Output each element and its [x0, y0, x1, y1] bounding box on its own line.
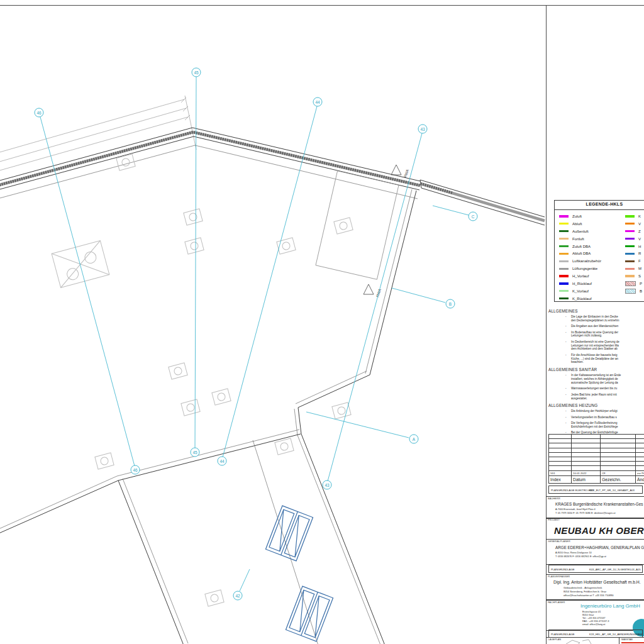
legend-label: H_Rücklauf: [572, 282, 592, 286]
legend-item: H: [625, 243, 644, 250]
legend-swatch: [559, 290, 569, 292]
legend-item: R: [625, 250, 644, 257]
legend-item: K_Rücklauf: [559, 295, 622, 303]
revision-header-change: Änderung: [636, 475, 644, 483]
revision-header-date: Datum: [572, 475, 601, 483]
generalplaner-address: A-8010 Graz, Reine-Ditzlgasse 10: [555, 552, 592, 554]
plan-id-label: PLANGRUNDLAGE ELEKTRO-HB3: [551, 489, 594, 492]
legend-item: H_Rücklauf: [559, 280, 622, 287]
wall-line: [118, 480, 184, 644]
notes-heading-allgemeines: ALLGEMEINES: [548, 309, 644, 313]
planverfasser-line1: Gebäudetechnik - Anlagentechnik: [564, 586, 602, 589]
fixture-symbol: [185, 238, 204, 254]
revision-index: V01: [549, 470, 572, 475]
fixture-symbol: [334, 218, 353, 234]
bauherr-address: A-7000 Eisenstadt, Josef Hyrtl Platz 4: [555, 508, 596, 511]
grid-bubble: 46: [35, 108, 43, 117]
drawing-sheet: RWA RWA 46 45 44 43 46 45 44 43 42 C: [0, 0, 644, 644]
massstab-label: MASSTAB: [621, 638, 633, 641]
bauherr-contact: T: 05 7979 3050 F: 05 7979 3086 E: direk…: [555, 512, 615, 514]
grid-line-46: [40, 117, 135, 466]
note-item: Die Lage der Einbauten in den Decke den …: [571, 315, 644, 323]
plan-id-label: PLANGRUNDLAGE: [551, 568, 574, 571]
wing-wall: [420, 180, 545, 217]
generalplaner-contact: T: 0316 682676 F: 0316 682901 E: office@…: [555, 555, 606, 558]
grid-bubble: C: [469, 212, 477, 221]
note-item: Verteilungsstellen im Bodenaufbau s: [571, 416, 644, 419]
wall-line: [123, 479, 188, 643]
legend-label: K_Vorlauf: [572, 289, 589, 293]
grid-leader-b: [392, 288, 445, 303]
legend-item: P: [625, 280, 644, 287]
legend-title: LEGENDE-HKLS: [555, 202, 644, 206]
grid-leader-42: [240, 569, 250, 591]
legend-swatch: [559, 275, 569, 277]
legend-item: Außenluft: [559, 228, 622, 235]
right-wall: [370, 191, 416, 375]
legend-item: S: [625, 272, 644, 280]
right-wall: [298, 375, 370, 408]
plan-id-label: PLANGRUNDLAGE: [551, 633, 574, 636]
note-item: Warmwasserleitungen werden bis zu: [571, 387, 644, 391]
legend-swatch: [559, 297, 569, 299]
legend-label: Lüftungsgeräte: [572, 267, 597, 270]
revision-header-drawn: Gezeichn.: [601, 475, 636, 483]
revision-row: V01 10.01.2022 CF zur Prüfung: [549, 470, 644, 475]
legend-swatch: [625, 253, 635, 255]
wall-line: [117, 430, 299, 476]
fixture-symbol: [169, 363, 187, 379]
legend-item: V: [625, 235, 644, 243]
legend-swatch: [559, 223, 569, 225]
fachplaner-name: Ingenieurbüro Lang GmbH: [580, 603, 640, 609]
legend-label: B: [640, 289, 642, 293]
legend-swatch: [625, 215, 635, 217]
legend-label: Z: [638, 230, 641, 233]
legend-swatch: [625, 268, 635, 270]
sheet-frame-top: [0, 5, 644, 6]
grid-bubble: A: [409, 435, 418, 443]
revision-drawn-by: CF: [601, 470, 636, 475]
wall-line: [118, 434, 301, 480]
generalplaner-name: ARGE EDERER+HAGHIRIAN, GENERALPLAN G: [555, 545, 644, 550]
legend-item: Abluft DBA: [559, 250, 622, 257]
fixture-symbol: [205, 590, 224, 606]
revision-date: 10.01.2022: [572, 470, 601, 475]
note-item: Für die Anschlüsse der bauseits beig Küc…: [571, 353, 644, 365]
note-item: Im Bodenaufbau ist eine Querung der Leit…: [571, 331, 644, 338]
lower-wing-walls: [0, 430, 385, 644]
rwa-label: RWA: [403, 169, 409, 178]
legend-label: R: [638, 252, 641, 255]
legend-item: Luftkanalzubehör: [559, 257, 622, 265]
legend-item: K: [625, 213, 644, 220]
projekt-title: NEUBAU KH OBERW: [554, 525, 644, 536]
grid-lines: [40, 77, 469, 591]
legend-swatch: [559, 230, 569, 232]
legend-divider: [555, 209, 644, 210]
window-assembly: [286, 586, 333, 641]
legend-label: H: [638, 245, 641, 248]
planverfasser-name: Dipl. Ing. Anton Hofstätter Gesellschaft…: [553, 580, 641, 584]
rwa-triangle: [391, 165, 401, 175]
grid-leader-c: [433, 206, 469, 215]
equipment-symbol: [52, 241, 109, 288]
legend-label: Zuluft DBA: [572, 245, 591, 248]
legend-label: Abluft: [572, 222, 582, 226]
legend-label: M: [638, 267, 641, 270]
legend-item: Abluft: [559, 220, 622, 228]
grid-bubble: 44: [218, 457, 226, 465]
legend-label: Abluft DBA: [572, 252, 591, 255]
projekt-box: PROJEKT NEUBAU KH OBERW: [546, 518, 644, 540]
notes-heading-heizung: ALLGEMEINES HEIZUNG: [548, 403, 644, 408]
plan-id-strip-2: PLANGRUNDLAGE K03_ARC_AP_GR_1U_N.GEBTEIL…: [548, 565, 643, 573]
legend-swatch: [559, 253, 569, 255]
planverfasser-box: PLANVERFASSER Dipl. Ing. Anton Hofstätte…: [546, 574, 644, 600]
legend-swatch: [625, 281, 636, 286]
legend-column-left: Zuluft Abluft Außenluft Fortluft Zuluft …: [559, 213, 622, 303]
grid-leader-a: [306, 412, 409, 438]
plan-id-value: K19_HKL_AP_GR_1U_AENDERUNGSMASK_A05: [589, 633, 643, 636]
bauherr-label: BAUHERR: [548, 497, 560, 500]
revision-empty-row: [549, 448, 644, 452]
revision-table: V01 10.01.2022 CF zur Prüfung Index Datu…: [548, 434, 644, 484]
rwa-triangle: [364, 284, 374, 294]
fixture-symbols: [52, 154, 353, 606]
